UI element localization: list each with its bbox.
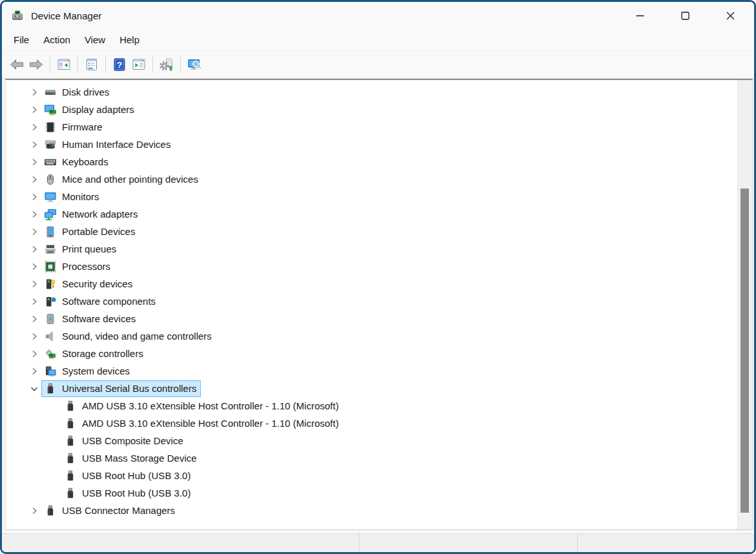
item-box: USB Mass Storage Device [61,450,201,467]
content-panel: Disk drivesDisplay adaptersFirmwareHuman… [5,79,753,530]
chevron-spacer [48,435,61,447]
chevron-right-icon[interactable] [28,103,41,116]
tree-item-human-interface-devices[interactable]: Human Interface Devices [6,136,737,153]
tree-item-label: Disk drives [62,86,109,99]
chevron-spacer [48,417,61,430]
chevron-right-icon[interactable] [28,365,41,378]
usb-icon [64,487,77,500]
tree-item-label: Network adapters [62,208,138,221]
menu-action[interactable]: Action [36,32,77,48]
tree-item-label: USB Composite Device [82,435,183,447]
action-pane-button[interactable] [129,55,148,74]
chevron-right-icon[interactable] [28,278,41,291]
menu-help[interactable]: Help [112,32,147,48]
maximize-button[interactable] [666,2,704,29]
tree-item-monitors[interactable]: Monitors [6,188,737,205]
vertical-scrollbar[interactable] [737,80,752,529]
chevron-right-icon[interactable] [28,190,41,203]
tree-item-usb-connector-managers[interactable]: USB Connector Managers [6,502,737,519]
usb-icon [44,504,57,517]
tree-item-system-devices[interactable]: System devices [6,362,737,380]
tree-item-universal-serial-bus-controllers[interactable]: Universal Serial Bus controllers [6,380,737,397]
item-box: Portable Devices [41,223,139,240]
tree-item-print-queues[interactable]: Print queues [6,240,737,258]
monitors-icon [44,190,57,203]
chevron-down-icon[interactable] [28,382,41,395]
tree-item-usb-composite-device[interactable]: USB Composite Device [6,432,737,449]
status-section [2,534,359,552]
sound-icon [44,330,57,343]
tree-item-label: Portable Devices [62,225,135,238]
item-box: Display adapters [41,101,139,118]
chevron-right-icon[interactable] [28,86,41,99]
tree-item-label: Display adapters [62,103,134,116]
tree-item-label: Security devices [62,278,132,291]
svg-text:?: ? [117,60,122,70]
chevron-right-icon[interactable] [28,347,41,360]
tree-item-portable-devices[interactable]: Portable Devices [6,223,737,240]
tree-item-processors[interactable]: Processors [6,258,737,275]
security-devices-icon [44,278,57,291]
back-button[interactable] [7,55,26,74]
tree-item-disk-drives[interactable]: Disk drives [6,83,737,101]
toolbar-separator [50,56,50,73]
menu-view[interactable]: View [77,32,112,48]
item-box: USB Root Hub (USB 3.0) [61,485,195,502]
tree-item-label: USB Connector Managers [62,504,175,517]
chevron-right-icon[interactable] [28,243,41,256]
status-bar [2,533,754,552]
tree-item-firmware[interactable]: Firmware [6,118,737,136]
scan-hardware-button[interactable] [185,55,204,74]
chevron-right-icon[interactable] [28,121,41,134]
chevron-right-icon[interactable] [28,330,41,343]
chevron-right-icon[interactable] [28,156,41,169]
tree-item-amd-usb-3-10-extensible-host-controller-1-10-microsoft[interactable]: AMD USB 3.10 eXtensible Host Controller … [6,397,737,415]
tree-item-software-components[interactable]: Software components [6,292,737,310]
status-section [577,534,754,552]
console-tree-button[interactable] [54,55,74,74]
display-adapters-icon [44,103,57,116]
tree-item-amd-usb-3-10-extensible-host-controller-1-10-microsoft[interactable]: AMD USB 3.10 eXtensible Host Controller … [6,415,737,432]
forward-button[interactable] [26,55,46,74]
device-manager-app-icon [11,9,24,22]
tree-item-network-adapters[interactable]: Network adapters [6,205,737,223]
item-box: Software components [41,293,160,310]
close-button[interactable] [711,2,749,29]
chevron-right-icon[interactable] [28,225,41,238]
tree-item-keyboards[interactable]: Keyboards [6,153,737,170]
chevron-right-icon[interactable] [28,504,41,517]
update-driver-button[interactable] [157,55,176,74]
tree-item-label: Mice and other pointing devices [62,173,198,186]
chevron-right-icon[interactable] [28,260,41,273]
minimize-button[interactable] [621,2,659,29]
item-box: System devices [41,363,134,380]
properties-button[interactable] [82,55,101,74]
scrollbar-thumb[interactable] [741,189,749,513]
titlebar[interactable]: Device Manager [2,2,754,29]
chevron-right-icon[interactable] [28,138,41,151]
tree-item-usb-mass-storage-device[interactable]: USB Mass Storage Device [6,449,737,467]
item-box: Keyboards [41,154,113,170]
tree-item-storage-controllers[interactable]: Storage controllers [6,345,737,362]
processors-icon [44,260,57,273]
toolbar-separator [105,56,106,73]
tree-item-usb-root-hub-usb-3-0[interactable]: USB Root Hub (USB 3.0) [6,467,737,484]
item-box: Print queues [41,241,121,258]
chevron-spacer [48,400,61,413]
portable-devices-icon [44,225,57,238]
tree-item-software-devices[interactable]: Software devices [6,310,737,327]
tree-item-security-devices[interactable]: Security devices [6,275,737,292]
chevron-right-icon[interactable] [28,313,41,325]
tree-item-display-adapters[interactable]: Display adapters [6,101,737,118]
tree-item-sound-video-and-game-controllers[interactable]: Sound, video and game controllers [6,327,737,345]
chevron-right-icon[interactable] [28,173,41,186]
menu-file[interactable]: File [6,32,36,48]
item-box: Network adapters [41,206,143,223]
chevron-right-icon[interactable] [28,295,41,308]
tree-item-label: System devices [62,365,130,378]
help-button[interactable]: ? [110,55,129,74]
tree-item-mice-and-other-pointing-devices[interactable]: Mice and other pointing devices [6,170,737,188]
window-title: Device Manager [31,10,101,21]
tree-item-usb-root-hub-usb-3-0[interactable]: USB Root Hub (USB 3.0) [6,484,737,502]
chevron-right-icon[interactable] [28,208,41,221]
